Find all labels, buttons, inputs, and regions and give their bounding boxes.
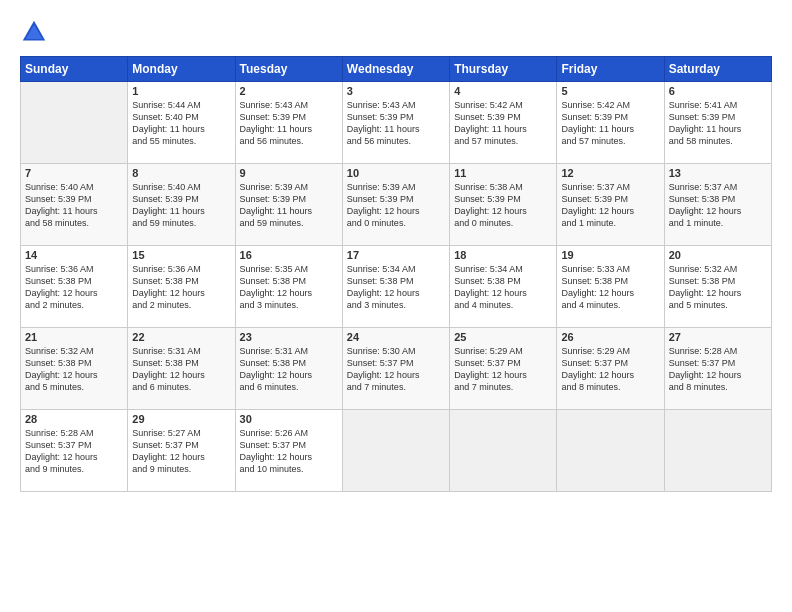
calendar-cell [21,82,128,164]
day-number: 25 [454,331,552,343]
day-info: Sunrise: 5:36 AMSunset: 5:38 PMDaylight:… [25,263,123,312]
day-info: Sunrise: 5:37 AMSunset: 5:39 PMDaylight:… [561,181,659,230]
day-number: 2 [240,85,338,97]
day-number: 24 [347,331,445,343]
calendar-cell: 17Sunrise: 5:34 AMSunset: 5:38 PMDayligh… [342,246,449,328]
day-info: Sunrise: 5:43 AMSunset: 5:39 PMDaylight:… [240,99,338,148]
day-info: Sunrise: 5:36 AMSunset: 5:38 PMDaylight:… [132,263,230,312]
day-number: 1 [132,85,230,97]
calendar-cell: 18Sunrise: 5:34 AMSunset: 5:38 PMDayligh… [450,246,557,328]
calendar-cell: 24Sunrise: 5:30 AMSunset: 5:37 PMDayligh… [342,328,449,410]
day-number: 17 [347,249,445,261]
day-info: Sunrise: 5:34 AMSunset: 5:38 PMDaylight:… [347,263,445,312]
day-info: Sunrise: 5:40 AMSunset: 5:39 PMDaylight:… [132,181,230,230]
calendar-cell: 22Sunrise: 5:31 AMSunset: 5:38 PMDayligh… [128,328,235,410]
day-number: 18 [454,249,552,261]
day-number: 14 [25,249,123,261]
day-info: Sunrise: 5:43 AMSunset: 5:39 PMDaylight:… [347,99,445,148]
calendar-cell: 26Sunrise: 5:29 AMSunset: 5:37 PMDayligh… [557,328,664,410]
calendar-header-monday: Monday [128,57,235,82]
calendar-header-saturday: Saturday [664,57,771,82]
day-number: 21 [25,331,123,343]
day-number: 5 [561,85,659,97]
calendar-cell: 7Sunrise: 5:40 AMSunset: 5:39 PMDaylight… [21,164,128,246]
calendar-header-friday: Friday [557,57,664,82]
day-info: Sunrise: 5:32 AMSunset: 5:38 PMDaylight:… [25,345,123,394]
calendar-cell: 16Sunrise: 5:35 AMSunset: 5:38 PMDayligh… [235,246,342,328]
day-info: Sunrise: 5:39 AMSunset: 5:39 PMDaylight:… [240,181,338,230]
day-number: 8 [132,167,230,179]
calendar-cell: 27Sunrise: 5:28 AMSunset: 5:37 PMDayligh… [664,328,771,410]
calendar-cell: 19Sunrise: 5:33 AMSunset: 5:38 PMDayligh… [557,246,664,328]
day-info: Sunrise: 5:41 AMSunset: 5:39 PMDaylight:… [669,99,767,148]
day-number: 7 [25,167,123,179]
day-info: Sunrise: 5:44 AMSunset: 5:40 PMDaylight:… [132,99,230,148]
day-info: Sunrise: 5:28 AMSunset: 5:37 PMDaylight:… [669,345,767,394]
calendar-cell [342,410,449,492]
day-number: 13 [669,167,767,179]
calendar-cell: 8Sunrise: 5:40 AMSunset: 5:39 PMDaylight… [128,164,235,246]
day-info: Sunrise: 5:26 AMSunset: 5:37 PMDaylight:… [240,427,338,476]
calendar-cell: 5Sunrise: 5:42 AMSunset: 5:39 PMDaylight… [557,82,664,164]
calendar-cell: 11Sunrise: 5:38 AMSunset: 5:39 PMDayligh… [450,164,557,246]
header [20,18,772,46]
calendar-cell: 3Sunrise: 5:43 AMSunset: 5:39 PMDaylight… [342,82,449,164]
calendar-cell: 1Sunrise: 5:44 AMSunset: 5:40 PMDaylight… [128,82,235,164]
calendar-week-0: 1Sunrise: 5:44 AMSunset: 5:40 PMDaylight… [21,82,772,164]
calendar-week-1: 7Sunrise: 5:40 AMSunset: 5:39 PMDaylight… [21,164,772,246]
day-info: Sunrise: 5:38 AMSunset: 5:39 PMDaylight:… [454,181,552,230]
calendar-cell: 9Sunrise: 5:39 AMSunset: 5:39 PMDaylight… [235,164,342,246]
day-number: 15 [132,249,230,261]
calendar-cell [664,410,771,492]
calendar-header-wednesday: Wednesday [342,57,449,82]
calendar-week-2: 14Sunrise: 5:36 AMSunset: 5:38 PMDayligh… [21,246,772,328]
calendar-week-3: 21Sunrise: 5:32 AMSunset: 5:38 PMDayligh… [21,328,772,410]
calendar-cell: 21Sunrise: 5:32 AMSunset: 5:38 PMDayligh… [21,328,128,410]
day-info: Sunrise: 5:31 AMSunset: 5:38 PMDaylight:… [240,345,338,394]
calendar-cell: 14Sunrise: 5:36 AMSunset: 5:38 PMDayligh… [21,246,128,328]
day-info: Sunrise: 5:37 AMSunset: 5:38 PMDaylight:… [669,181,767,230]
calendar-header-thursday: Thursday [450,57,557,82]
day-info: Sunrise: 5:29 AMSunset: 5:37 PMDaylight:… [561,345,659,394]
calendar-header-row: SundayMondayTuesdayWednesdayThursdayFrid… [21,57,772,82]
calendar-cell: 28Sunrise: 5:28 AMSunset: 5:37 PMDayligh… [21,410,128,492]
day-number: 23 [240,331,338,343]
calendar-cell [557,410,664,492]
day-number: 16 [240,249,338,261]
day-info: Sunrise: 5:39 AMSunset: 5:39 PMDaylight:… [347,181,445,230]
calendar-cell: 23Sunrise: 5:31 AMSunset: 5:38 PMDayligh… [235,328,342,410]
day-number: 29 [132,413,230,425]
calendar-header-sunday: Sunday [21,57,128,82]
day-info: Sunrise: 5:42 AMSunset: 5:39 PMDaylight:… [454,99,552,148]
calendar-cell: 2Sunrise: 5:43 AMSunset: 5:39 PMDaylight… [235,82,342,164]
calendar-cell: 4Sunrise: 5:42 AMSunset: 5:39 PMDaylight… [450,82,557,164]
day-number: 12 [561,167,659,179]
day-info: Sunrise: 5:27 AMSunset: 5:37 PMDaylight:… [132,427,230,476]
day-number: 20 [669,249,767,261]
day-info: Sunrise: 5:40 AMSunset: 5:39 PMDaylight:… [25,181,123,230]
calendar-cell: 15Sunrise: 5:36 AMSunset: 5:38 PMDayligh… [128,246,235,328]
page: SundayMondayTuesdayWednesdayThursdayFrid… [0,0,792,612]
day-number: 9 [240,167,338,179]
calendar-cell: 13Sunrise: 5:37 AMSunset: 5:38 PMDayligh… [664,164,771,246]
calendar-cell [450,410,557,492]
calendar-cell: 20Sunrise: 5:32 AMSunset: 5:38 PMDayligh… [664,246,771,328]
day-number: 30 [240,413,338,425]
calendar-cell: 30Sunrise: 5:26 AMSunset: 5:37 PMDayligh… [235,410,342,492]
calendar-cell: 25Sunrise: 5:29 AMSunset: 5:37 PMDayligh… [450,328,557,410]
day-info: Sunrise: 5:35 AMSunset: 5:38 PMDaylight:… [240,263,338,312]
calendar-cell: 29Sunrise: 5:27 AMSunset: 5:37 PMDayligh… [128,410,235,492]
day-number: 26 [561,331,659,343]
day-number: 10 [347,167,445,179]
day-number: 19 [561,249,659,261]
logo [20,18,54,46]
day-info: Sunrise: 5:32 AMSunset: 5:38 PMDaylight:… [669,263,767,312]
day-info: Sunrise: 5:29 AMSunset: 5:37 PMDaylight:… [454,345,552,394]
calendar-cell: 10Sunrise: 5:39 AMSunset: 5:39 PMDayligh… [342,164,449,246]
day-number: 3 [347,85,445,97]
day-number: 27 [669,331,767,343]
day-number: 22 [132,331,230,343]
calendar-header-tuesday: Tuesday [235,57,342,82]
calendar-week-4: 28Sunrise: 5:28 AMSunset: 5:37 PMDayligh… [21,410,772,492]
calendar-cell: 6Sunrise: 5:41 AMSunset: 5:39 PMDaylight… [664,82,771,164]
